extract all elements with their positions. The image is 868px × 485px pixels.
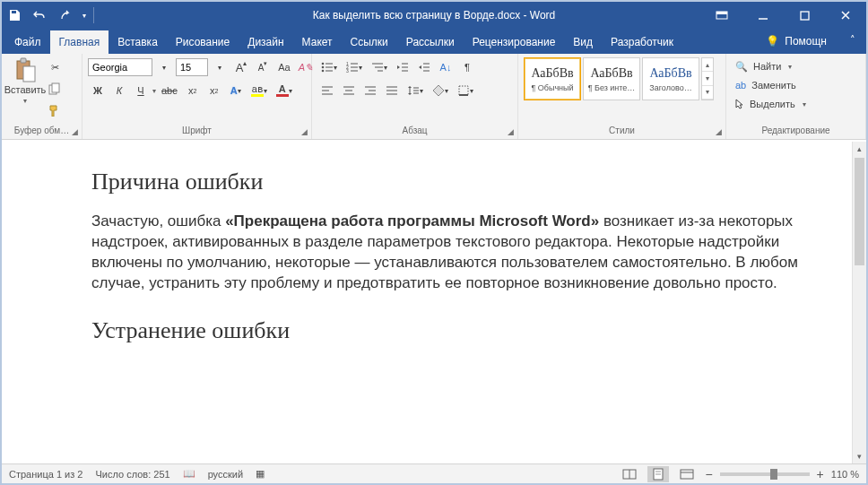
web-layout-icon[interactable]: [676, 466, 698, 482]
justify-icon[interactable]: [382, 81, 402, 100]
highlight-icon[interactable]: aʙ▾: [247, 81, 271, 100]
style-normal[interactable]: АаБбВв ¶ Обычный: [524, 57, 581, 100]
close-icon[interactable]: [825, 2, 866, 29]
svg-rect-6: [23, 66, 35, 82]
font-name-combo[interactable]: [88, 58, 152, 76]
group-editing-label: Редактирование: [732, 124, 860, 137]
borders-icon[interactable]: ▾: [454, 81, 477, 100]
numbering-icon[interactable]: 123▾: [343, 57, 366, 77]
change-case-icon[interactable]: Aa: [274, 57, 294, 77]
superscript-icon[interactable]: x2: [204, 81, 224, 100]
align-right-icon[interactable]: [360, 81, 380, 100]
font-size-arrow-icon[interactable]: ▾: [210, 57, 230, 77]
style-no-spacing[interactable]: АаБбВв ¶ Без инте…: [583, 57, 640, 100]
multilevel-icon[interactable]: ▾: [368, 57, 391, 77]
tab-mailings[interactable]: Рассылки: [397, 30, 464, 54]
decrease-indent-icon[interactable]: [393, 57, 412, 77]
font-launcher-icon[interactable]: ◢: [299, 126, 309, 137]
maximize-icon[interactable]: [784, 2, 825, 29]
title-bar: ▾ Как выделить всю страницу в Ворде.docx…: [2, 2, 866, 29]
align-left-icon[interactable]: [317, 81, 337, 100]
zoom-level[interactable]: 110 %: [831, 469, 859, 480]
underline-button[interactable]: Ч: [131, 81, 151, 100]
group-paragraph-label: Абзац: [317, 124, 512, 137]
replace-button[interactable]: ab Заменить: [732, 76, 860, 94]
italic-button[interactable]: К: [109, 81, 129, 100]
save-icon[interactable]: [2, 2, 27, 29]
scroll-thumb[interactable]: [855, 158, 864, 265]
proofing-icon[interactable]: 📖: [183, 468, 195, 480]
tab-layout[interactable]: Макет: [293, 30, 342, 54]
style-heading1[interactable]: АаБбВв Заголово…: [642, 57, 699, 100]
chevron-up-icon[interactable]: ▴: [702, 58, 713, 72]
shrink-font-icon[interactable]: A▾: [253, 57, 273, 77]
text-effects-icon[interactable]: A▾: [226, 81, 246, 100]
styles-more-icon[interactable]: ▾: [702, 86, 713, 100]
collapse-ribbon-icon[interactable]: ˄: [850, 34, 855, 46]
copy-icon[interactable]: [45, 79, 65, 99]
tab-design[interactable]: Дизайн: [239, 30, 292, 54]
font-size-combo[interactable]: [176, 58, 208, 76]
strike-button[interactable]: abc: [158, 81, 181, 100]
styles-launcher-icon[interactable]: ◢: [713, 126, 724, 137]
bullets-icon[interactable]: ▾: [317, 57, 341, 77]
line-spacing-icon[interactable]: ▾: [404, 81, 427, 100]
read-mode-icon[interactable]: [619, 466, 640, 482]
scroll-down-icon[interactable]: ▾: [853, 449, 866, 463]
clipboard-launcher-icon[interactable]: ◢: [69, 126, 80, 137]
status-page[interactable]: Страница 1 из 2: [9, 469, 82, 480]
qat-customize-icon[interactable]: ▾: [77, 2, 91, 29]
cut-icon[interactable]: ✂: [45, 57, 65, 77]
replace-label: Заменить: [751, 80, 795, 91]
subscript-icon[interactable]: x2: [183, 81, 203, 100]
chevron-down-icon[interactable]: ▾: [702, 72, 713, 85]
print-layout-icon[interactable]: [647, 466, 669, 482]
style-preview: АаБбВв: [531, 66, 573, 81]
paste-button[interactable]: Вставить ▾: [7, 57, 43, 105]
vertical-scrollbar[interactable]: ▴ ▾: [852, 142, 866, 463]
paragraph-launcher-icon[interactable]: ◢: [505, 126, 516, 137]
align-center-icon[interactable]: [339, 81, 359, 100]
tab-references[interactable]: Ссылки: [342, 30, 397, 54]
scroll-up-icon[interactable]: ▴: [853, 142, 866, 156]
zoom-thumb[interactable]: [770, 469, 777, 480]
format-painter-icon[interactable]: [45, 100, 65, 120]
zoom-in-icon[interactable]: +: [817, 467, 824, 481]
svg-rect-1: [716, 12, 727, 14]
bold-button[interactable]: Ж: [88, 81, 108, 100]
tab-view[interactable]: Вид: [564, 30, 602, 54]
minimize-icon[interactable]: [742, 2, 784, 29]
underline-arrow-icon[interactable]: ▾: [152, 87, 156, 95]
macro-icon[interactable]: ▦: [256, 468, 265, 480]
find-button[interactable]: 🔍 Найти ▾: [732, 57, 860, 75]
show-marks-icon[interactable]: ¶: [457, 57, 477, 77]
svg-text:3: 3: [346, 68, 349, 73]
font-color-icon[interactable]: A▾: [273, 81, 296, 100]
undo-icon[interactable]: [27, 2, 52, 29]
group-editing: 🔍 Найти ▾ ab Заменить Выделить ▾ Редакти…: [726, 54, 866, 139]
tab-draw[interactable]: Рисование: [167, 30, 239, 54]
group-font-label: Шрифт: [88, 124, 306, 137]
select-button[interactable]: Выделить ▾: [732, 95, 860, 113]
tab-insert[interactable]: Вставка: [108, 30, 167, 54]
tab-file[interactable]: Файл: [5, 30, 50, 54]
status-words[interactable]: Число слов: 251: [95, 469, 169, 480]
tell-me[interactable]: 💡 Помощн: [766, 29, 827, 54]
ribbon-display-icon[interactable]: [701, 2, 742, 29]
sort-icon[interactable]: A↓: [436, 57, 456, 77]
zoom-slider[interactable]: [720, 472, 810, 476]
zoom-out-icon[interactable]: −: [705, 467, 712, 481]
font-name-arrow-icon[interactable]: ▾: [154, 57, 174, 77]
tab-developer[interactable]: Разработчик: [602, 30, 682, 54]
status-bar: Страница 1 из 2 Число слов: 251 📖 русски…: [2, 463, 866, 483]
redo-icon[interactable]: [52, 2, 77, 29]
tab-review[interactable]: Рецензирование: [464, 30, 565, 54]
tab-home[interactable]: Главная: [50, 30, 109, 54]
scroll-track[interactable]: [853, 156, 866, 449]
grow-font-icon[interactable]: A▴: [231, 57, 251, 77]
document-area[interactable]: Причина ошибки Зачастую, ошибка «Прекращ…: [2, 142, 852, 463]
styles-scroll[interactable]: ▴ ▾ ▾: [701, 57, 714, 100]
shading-icon[interactable]: ▾: [429, 81, 452, 100]
increase-indent-icon[interactable]: [414, 57, 434, 77]
status-language[interactable]: русский: [208, 469, 243, 480]
